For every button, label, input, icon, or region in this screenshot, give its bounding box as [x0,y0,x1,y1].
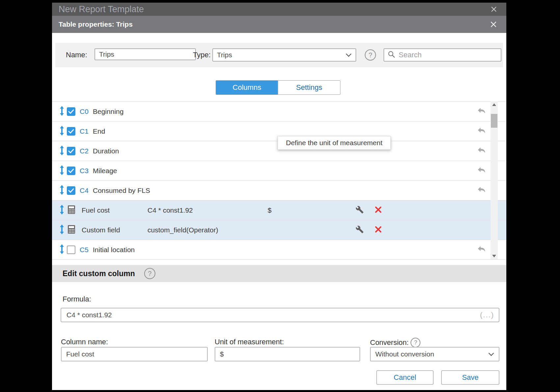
column-formula: C4 * const1.92 [147,206,193,214]
column-row: Custom fieldcustom_field(Operator) [52,220,506,240]
scroll-up-button[interactable] [491,101,498,108]
tab-columns[interactable]: Columns [216,81,278,94]
column-name-label: Column name: [61,338,108,346]
cancel-button[interactable]: Cancel [376,370,434,385]
table-properties-dialog: New Report Template Table properties: Tr… [52,3,506,390]
scroll-down-button[interactable] [491,253,498,259]
name-input[interactable] [94,48,196,60]
conversion-select[interactable]: Without conversion [370,347,499,361]
column-row: Fuel costC4 * const1.92$ [52,200,506,220]
formula-value: C4 * const1.92 [67,311,112,319]
list-scrollbar[interactable] [491,101,498,259]
scrollbar-thumb[interactable] [491,114,497,128]
undo-icon[interactable] [477,146,487,156]
column-name: Duration [93,147,119,155]
columns-list: C0BeginningC1EndC2DurationC3MileageC4Con… [52,101,506,260]
edit-help-icon[interactable]: ? [144,268,155,279]
drag-handle-icon[interactable] [59,145,65,157]
column-row: C4Consumed by FLS [52,181,506,200]
drag-handle-icon[interactable] [59,185,65,196]
column-code: C3 [80,167,89,175]
drag-handle-icon[interactable] [59,106,65,118]
column-code: C1 [80,127,89,135]
search-box [384,48,501,62]
delete-icon[interactable] [375,206,382,215]
type-help-icon[interactable]: ? [365,49,376,61]
column-name: Consumed by FLS [93,187,150,195]
window-title: New Report Template [59,4,144,14]
undo-icon[interactable] [477,245,487,254]
type-label: Type: [193,43,211,67]
conversion-select-value: Without conversion [375,350,434,358]
drag-handle-icon[interactable] [59,224,65,236]
name-label: Name: [66,43,87,67]
column-checkbox[interactable] [67,127,75,136]
column-name: Custom field [82,226,120,234]
column-name: Initial location [93,246,135,254]
column-code: C0 [80,108,89,116]
undo-icon[interactable] [477,186,487,195]
search-input[interactable] [398,50,497,60]
drag-handle-icon[interactable] [59,165,65,177]
column-checkbox[interactable] [67,246,75,254]
undo-icon[interactable] [477,127,487,136]
edit-section-header: Edit custom column ? [52,265,506,282]
form-panel: Name: Type: Trips ? [55,43,503,67]
drag-handle-icon[interactable] [59,244,65,256]
column-formula: custom_field(Operator) [147,226,218,234]
triangle-down-icon [492,255,496,257]
column-name: End [93,127,105,135]
save-button[interactable]: Save [441,370,499,385]
column-row: C3Mileage [52,161,506,181]
column-code: C4 [80,187,89,195]
column-row: C0Beginning [52,102,506,121]
window-titlebar: New Report Template [52,3,506,16]
modal-close-icon[interactable] [489,20,498,29]
calculator-icon [67,205,76,216]
unit-label: Unit of measurement: [215,338,284,346]
wrench-icon[interactable] [356,205,364,215]
column-code: C5 [80,246,89,254]
tab-settings[interactable]: Settings [278,81,340,94]
column-name-input[interactable] [61,347,208,361]
calculator-icon [67,225,76,235]
undo-icon[interactable] [477,107,487,116]
column-checkbox[interactable] [67,107,75,116]
triangle-up-icon [492,103,496,106]
column-name: Mileage [93,167,117,175]
chevron-down-icon [488,350,494,358]
column-unit: $ [268,206,272,214]
modal-title: Table properties: Trips [59,20,133,28]
column-name: Beginning [93,108,123,116]
type-select-value: Trips [217,51,232,59]
wrench-icon[interactable] [356,225,364,235]
window-close-icon[interactable] [490,5,498,13]
tooltip: Define the unit of measurement [278,136,391,150]
chevron-down-icon [346,51,352,59]
conversion-label-text: Conversion: [370,338,409,347]
tab-group: Columns Settings [216,80,340,95]
modal-header: Table properties: Trips [52,16,506,33]
column-checkbox[interactable] [67,186,75,195]
search-icon [387,50,395,60]
conversion-help-icon[interactable]: ? [411,338,420,348]
edit-section-title: Edit custom column [63,269,135,278]
drag-handle-icon[interactable] [59,125,65,137]
formula-field[interactable]: C4 * const1.92 (...) [61,308,499,322]
formula-label: Formula: [63,295,91,303]
column-checkbox[interactable] [67,147,75,155]
column-checkbox[interactable] [67,167,75,175]
delete-icon[interactable] [375,226,382,234]
column-row: C5Initial location [52,240,506,260]
formula-expand-button[interactable]: (...) [480,311,494,319]
unit-input[interactable] [215,347,360,361]
undo-icon[interactable] [477,166,487,175]
conversion-label: Conversion: ? [370,338,420,348]
drag-handle-icon[interactable] [59,204,65,216]
column-name: Fuel cost [82,206,110,214]
column-code: C2 [80,147,89,155]
type-select[interactable]: Trips [212,48,356,62]
